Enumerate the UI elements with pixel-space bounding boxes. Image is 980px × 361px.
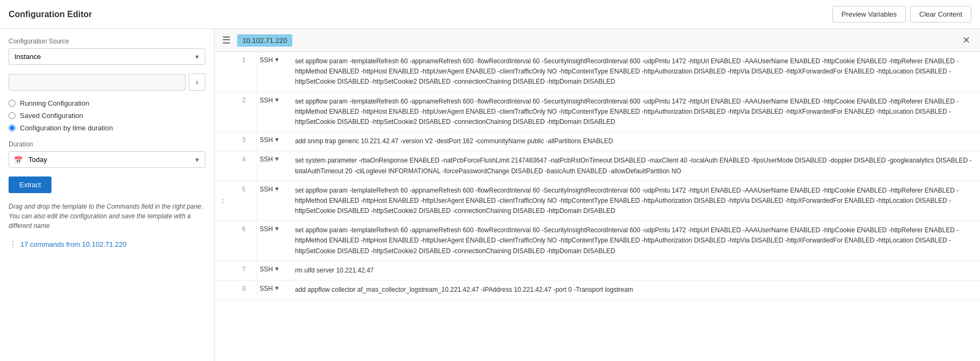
header-buttons: Preview Variables Clear Content [832, 6, 971, 23]
radio-duration-label: Configuration by time duration [20, 124, 113, 132]
clear-content-button[interactable]: Clear Content [910, 6, 971, 23]
ssh-label: SSH [260, 225, 273, 233]
row-ssh-type[interactable]: SSH ▼ [257, 281, 290, 299]
table-row: ↕ 5 SSH ▼ set appflow param -templateRef… [215, 181, 980, 222]
table-row: 8 SSH ▼ add appflow collector af_mas_col… [215, 281, 980, 300]
row-ssh-type[interactable]: SSH ▼ [257, 132, 290, 151]
duration-select-wrapper: 📅 Today Yesterday Last 7 Days Last 30 Da… [9, 151, 205, 168]
main-layout: Configuration Source Instance File Templ… [0, 29, 980, 361]
row-number: 1 [231, 52, 257, 92]
table-row: 2 SSH ▼ set appflow param -templateRefre… [215, 92, 980, 132]
ssh-label: SSH [260, 186, 273, 193]
left-panel: Configuration Source Instance File Templ… [0, 29, 215, 361]
instance-input[interactable]: abcd (10.102.71.220) [9, 74, 186, 91]
config-source-wrapper: Instance File Template ▼ [9, 48, 205, 65]
commands-count-text: 17 commands from 10.102.71.220 [20, 240, 127, 248]
radio-saved-config[interactable]: Saved Configuration [9, 112, 205, 120]
row-command-content: rm ulfd server 10.221.42.47 [290, 261, 980, 280]
radio-running-input[interactable] [9, 100, 16, 107]
app-container: Configuration Editor Preview Variables C… [0, 0, 980, 361]
row-ssh-type[interactable]: SSH ▼ [257, 92, 290, 132]
radio-running-config[interactable]: Running Configuration [9, 99, 205, 107]
radio-saved-input[interactable] [9, 112, 16, 119]
table-row: 3 SSH ▼ add snmp trap generic 10.221.42.… [215, 132, 980, 151]
extract-button[interactable]: Extract [9, 176, 51, 193]
table-row: 1 SSH ▼ set appflow param -templateRefre… [215, 52, 980, 92]
duration-label: Duration [9, 141, 205, 148]
row-command-content: set appflow param -templateRefresh 60 -a… [290, 221, 980, 261]
row-command-content: set system parameter -rbaOnResponse ENAB… [290, 151, 980, 180]
close-button[interactable]: ✕ [958, 33, 975, 47]
row-command-content: set appflow param -templateRefresh 60 -a… [290, 181, 980, 221]
table-row: 6 SSH ▼ set appflow param -templateRefre… [215, 221, 980, 261]
ssh-dropdown-icon[interactable]: ▼ [274, 56, 280, 63]
config-source-label: Configuration Source [9, 38, 205, 45]
row-number: 2 [231, 92, 257, 132]
page-title: Configuration Editor [9, 10, 92, 19]
ssh-label: SSH [260, 266, 273, 273]
ssh-label: SSH [260, 56, 273, 64]
duration-select[interactable]: Today Yesterday Last 7 Days Last 30 Days [9, 151, 205, 168]
row-number: 5 [231, 181, 257, 221]
ssh-dropdown-icon[interactable]: ▼ [274, 97, 280, 103]
ssh-dropdown-icon[interactable]: ▼ [274, 266, 280, 272]
row-ssh-type[interactable]: SSH ▼ [257, 181, 290, 221]
row-ssh-type[interactable]: SSH ▼ [257, 261, 290, 280]
row-ssh-type[interactable]: SSH ▼ [257, 151, 290, 180]
radio-duration-config[interactable]: Configuration by time duration [9, 124, 205, 132]
commands-info: ⋮ 17 commands from 10.102.71.220 [9, 239, 205, 249]
ssh-dropdown-icon[interactable]: ▼ [274, 186, 280, 192]
instance-go-button[interactable]: › [189, 73, 205, 91]
header: Configuration Editor Preview Variables C… [0, 0, 980, 29]
table-row: 4 SSH ▼ set system parameter -rbaOnRespo… [215, 151, 980, 181]
instance-row: abcd (10.102.71.220) › [9, 73, 205, 91]
ssh-dropdown-icon[interactable]: ▼ [274, 285, 280, 291]
row-number: 4 [231, 151, 257, 180]
ssh-label: SSH [260, 156, 273, 163]
table-row: 7 SSH ▼ rm ulfd server 10.221.42.47 [215, 261, 980, 281]
config-source-select[interactable]: Instance File Template [9, 48, 205, 65]
ssh-dropdown-icon[interactable]: ▼ [274, 156, 280, 162]
preview-variables-button[interactable]: Preview Variables [832, 6, 906, 23]
hamburger-icon[interactable]: ☰ [220, 32, 233, 48]
ip-tag: 10.102.71.220 [237, 34, 292, 47]
row-number: 7 [231, 261, 257, 280]
ssh-label: SSH [260, 136, 273, 144]
row-ssh-type[interactable]: SSH ▼ [257, 221, 290, 261]
radio-saved-label: Saved Configuration [20, 112, 83, 120]
radio-running-label: Running Configuration [20, 99, 89, 107]
row-number: 8 [231, 281, 257, 299]
drag-handle[interactable]: ↕ [215, 181, 231, 221]
drag-icon: ⋮ [9, 239, 17, 249]
row-command-content: add appflow collector af_mas_collector_l… [290, 281, 980, 299]
right-panel: ☰ 10.102.71.220 ✕ 1 SSH ▼ set appflow pa… [215, 29, 980, 361]
ssh-label: SSH [260, 285, 273, 292]
row-number: 3 [231, 132, 257, 151]
ssh-dropdown-icon[interactable]: ▼ [274, 225, 280, 232]
row-number: 6 [231, 221, 257, 261]
row-command-content: set appflow param -templateRefresh 60 -a… [290, 92, 980, 132]
ssh-label: SSH [260, 97, 273, 104]
help-text: Drag and drop the template to the Comman… [9, 202, 205, 231]
row-command-content: add snmp trap generic 10.221.42.47 -vers… [290, 132, 980, 151]
row-ssh-type[interactable]: SSH ▼ [257, 52, 290, 92]
ssh-dropdown-icon[interactable]: ▼ [274, 136, 280, 143]
radio-group: Running Configuration Saved Configuratio… [9, 99, 205, 132]
radio-duration-input[interactable] [9, 124, 16, 131]
commands-table: 1 SSH ▼ set appflow param -templateRefre… [215, 52, 980, 361]
row-command-content: set appflow param -templateRefresh 60 -a… [290, 52, 980, 92]
editor-toolbar: ☰ 10.102.71.220 ✕ [215, 29, 980, 52]
